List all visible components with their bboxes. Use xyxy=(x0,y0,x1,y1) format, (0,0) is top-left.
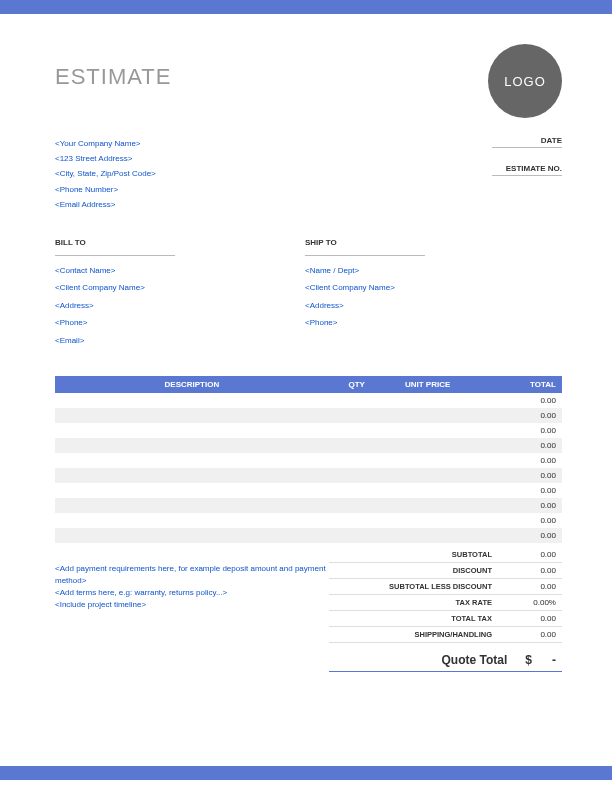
bill-to-phone: <Phone> xyxy=(55,314,305,332)
discount-row: DISCOUNT 0.00 xyxy=(329,563,562,579)
ship-to-address: <Address> xyxy=(305,297,555,315)
col-qty: QTY xyxy=(329,376,385,393)
quote-total-label: Quote Total xyxy=(442,653,508,667)
table-row: 0.00 xyxy=(55,393,562,408)
cell-total: 0.00 xyxy=(471,408,562,423)
top-accent-bar xyxy=(0,0,612,14)
cell-total: 0.00 xyxy=(471,498,562,513)
company-info: <Your Company Name> <123 Street Address>… xyxy=(55,136,156,212)
ship-to-name: <Name / Dept> xyxy=(305,262,555,280)
quote-total-value: - xyxy=(542,653,562,667)
cell-price xyxy=(385,393,471,408)
ship-to-phone: <Phone> xyxy=(305,314,555,332)
company-meta-row: <Your Company Name> <123 Street Address>… xyxy=(55,136,562,212)
totals-block: SUBTOTAL 0.00 DISCOUNT 0.00 SUBTOTAL LES… xyxy=(329,547,562,672)
cell-total: 0.00 xyxy=(471,393,562,408)
date-label: DATE xyxy=(492,136,562,148)
table-row: 0.00 xyxy=(55,438,562,453)
tax-rate-label: TAX RATE xyxy=(329,598,502,607)
col-total: TOTAL xyxy=(471,376,562,393)
notes-line: <Add payment requirements here, for exam… xyxy=(55,563,329,587)
notes-line: <Include project timeline> xyxy=(55,599,329,611)
cell-price xyxy=(385,498,471,513)
cell-price xyxy=(385,408,471,423)
cell-description xyxy=(55,423,329,438)
total-tax-row: TOTAL TAX 0.00 xyxy=(329,611,562,627)
notes-block: <Add payment requirements here, for exam… xyxy=(55,547,329,672)
cell-description xyxy=(55,483,329,498)
meta-info: DATE ESTIMATE NO. xyxy=(492,136,562,212)
company-city: <City, State, Zip/Post Code> xyxy=(55,166,156,181)
cell-description xyxy=(55,513,329,528)
bill-to-address: <Address> xyxy=(55,297,305,315)
cell-qty xyxy=(329,438,385,453)
document-content: ESTIMATE LOGO <Your Company Name> <123 S… xyxy=(0,14,612,672)
company-email: <Email Address> xyxy=(55,197,156,212)
ship-to-heading: SHIP TO xyxy=(305,234,425,256)
bottom-accent-bar xyxy=(0,766,612,780)
table-row: 0.00 xyxy=(55,468,562,483)
header-row: ESTIMATE LOGO xyxy=(55,44,562,118)
discount-label: DISCOUNT xyxy=(329,566,502,575)
cell-qty xyxy=(329,513,385,528)
cell-price xyxy=(385,423,471,438)
subtotal-less-discount-label: SUBTOTAL LESS DISCOUNT xyxy=(329,582,502,591)
cell-qty xyxy=(329,498,385,513)
company-phone: <Phone Number> xyxy=(55,182,156,197)
total-tax-label: TOTAL TAX xyxy=(329,614,502,623)
shipping-value: 0.00 xyxy=(502,630,562,639)
cell-description xyxy=(55,453,329,468)
cell-total: 0.00 xyxy=(471,513,562,528)
cell-description xyxy=(55,528,329,543)
col-unit-price: UNIT PRICE xyxy=(385,376,471,393)
notes-line: <Add terms here, e.g: warranty, returns … xyxy=(55,587,329,599)
cell-description xyxy=(55,438,329,453)
cell-total: 0.00 xyxy=(471,423,562,438)
bill-to-email: <Email> xyxy=(55,332,305,350)
cell-qty xyxy=(329,453,385,468)
company-name: <Your Company Name> xyxy=(55,136,156,151)
table-row: 0.00 xyxy=(55,483,562,498)
ship-to-block: SHIP TO <Name / Dept> <Client Company Na… xyxy=(305,234,555,350)
shipping-row: SHIPPING/HANDLING 0.00 xyxy=(329,627,562,643)
bill-to-company: <Client Company Name> xyxy=(55,279,305,297)
bill-to-heading: BILL TO xyxy=(55,234,175,256)
bill-to-block: BILL TO <Contact Name> <Client Company N… xyxy=(55,234,305,350)
cell-price xyxy=(385,513,471,528)
cell-total: 0.00 xyxy=(471,438,562,453)
cell-description xyxy=(55,468,329,483)
tax-rate-value: 0.00% xyxy=(502,598,562,607)
document-title: ESTIMATE xyxy=(55,64,171,90)
ship-to-company: <Client Company Name> xyxy=(305,279,555,297)
table-row: 0.00 xyxy=(55,423,562,438)
table-row: 0.00 xyxy=(55,408,562,423)
line-items-table: DESCRIPTION QTY UNIT PRICE TOTAL 0.00 0.… xyxy=(55,376,562,543)
cell-total: 0.00 xyxy=(471,483,562,498)
subtotal-less-discount-value: 0.00 xyxy=(502,582,562,591)
cell-price xyxy=(385,528,471,543)
subtotal-label: SUBTOTAL xyxy=(329,550,502,559)
cell-price xyxy=(385,483,471,498)
table-row: 0.00 xyxy=(55,528,562,543)
cell-price xyxy=(385,453,471,468)
address-section: BILL TO <Contact Name> <Client Company N… xyxy=(55,234,562,350)
logo-text: LOGO xyxy=(504,74,546,89)
cell-total: 0.00 xyxy=(471,528,562,543)
cell-qty xyxy=(329,483,385,498)
cell-total: 0.00 xyxy=(471,468,562,483)
shipping-label: SHIPPING/HANDLING xyxy=(329,630,502,639)
table-row: 0.00 xyxy=(55,498,562,513)
subtotal-value: 0.00 xyxy=(502,550,562,559)
cell-price xyxy=(385,438,471,453)
cell-qty xyxy=(329,393,385,408)
subtotal-less-discount-row: SUBTOTAL LESS DISCOUNT 0.00 xyxy=(329,579,562,595)
company-address: <123 Street Address> xyxy=(55,151,156,166)
cell-description xyxy=(55,498,329,513)
cell-qty xyxy=(329,528,385,543)
table-row: 0.00 xyxy=(55,513,562,528)
discount-value: 0.00 xyxy=(502,566,562,575)
quote-total-currency: $ xyxy=(525,653,532,667)
col-description: DESCRIPTION xyxy=(55,376,329,393)
tax-rate-row: TAX RATE 0.00% xyxy=(329,595,562,611)
cell-qty xyxy=(329,408,385,423)
